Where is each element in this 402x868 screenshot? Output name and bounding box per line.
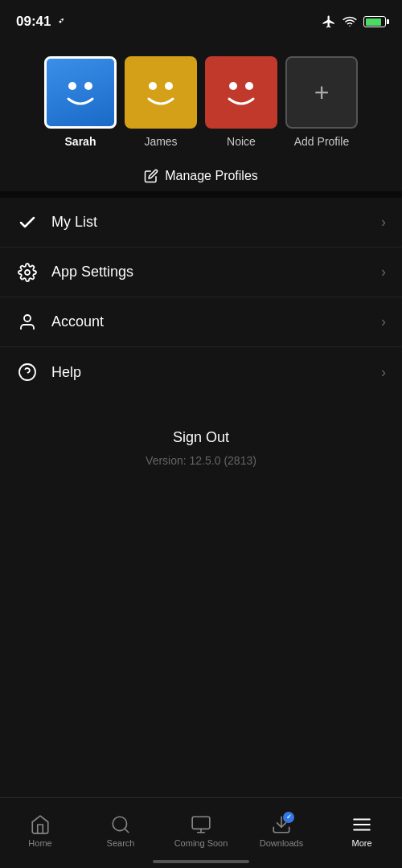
nav-coming-soon-label: Coming Soon — [174, 838, 228, 848]
profile-avatar-add[interactable]: + — [285, 56, 358, 129]
coming-soon-icon — [191, 814, 211, 835]
status-icons — [322, 14, 386, 29]
smiley-noice — [217, 68, 265, 117]
edit-icon — [144, 169, 158, 183]
menu-icon — [351, 814, 372, 835]
svg-point-3 — [149, 82, 157, 90]
search-icon — [110, 814, 131, 835]
nav-downloads-label: Downloads — [260, 838, 303, 848]
svg-point-1 — [68, 82, 76, 90]
airplane-icon — [322, 14, 336, 29]
profiles-section: Sarah James Noice — [0, 40, 402, 156]
profile-sarah[interactable]: Sarah — [44, 56, 117, 148]
menu-item-account[interactable]: Account › — [0, 297, 402, 347]
nav-search[interactable]: Search — [80, 806, 161, 848]
profile-name-james: James — [144, 135, 177, 148]
nav-more[interactable]: More — [322, 806, 402, 848]
svg-point-6 — [245, 82, 253, 90]
nav-home-label: Home — [28, 838, 51, 848]
menu-section: My List › App Settings › Account › — [0, 198, 402, 397]
sign-out-button[interactable]: Sign Out — [16, 429, 386, 446]
battery-icon — [363, 16, 386, 27]
chevron-account: › — [381, 313, 386, 330]
svg-point-5 — [229, 82, 237, 90]
check-icon — [16, 211, 39, 234]
home-icon — [30, 814, 51, 835]
chevron-help: › — [381, 364, 386, 381]
add-icon: + — [314, 80, 330, 105]
nav-more-label: More — [351, 838, 371, 848]
question-icon — [16, 361, 39, 383]
gear-icon — [16, 261, 39, 284]
profiles-row: Sarah James Noice — [16, 56, 386, 148]
bottom-nav: Home Search Coming Soon — [0, 797, 402, 868]
nav-downloads[interactable]: Downloads — [241, 806, 322, 848]
svg-point-8 — [24, 315, 31, 321]
menu-item-help[interactable]: Help › — [0, 347, 402, 397]
manage-profiles-label: Manage Profiles — [165, 169, 258, 183]
svg-point-4 — [165, 82, 173, 90]
nav-coming-soon[interactable]: Coming Soon — [161, 806, 241, 848]
smiley-sarah — [56, 68, 105, 117]
menu-item-my-list[interactable]: My List › — [0, 198, 402, 248]
status-bar: 09:41 — [0, 0, 402, 40]
app-settings-label: App Settings — [51, 264, 381, 280]
profile-avatar-sarah[interactable] — [44, 56, 117, 129]
profile-noice[interactable]: Noice — [205, 56, 277, 148]
menu-item-app-settings[interactable]: App Settings › — [0, 248, 402, 297]
manage-profiles-button[interactable]: Manage Profiles — [0, 156, 402, 191]
home-indicator — [153, 860, 249, 863]
chevron-app-settings: › — [381, 264, 386, 280]
profile-name-add: Add Profile — [294, 135, 349, 148]
help-label: Help — [51, 364, 381, 381]
profile-avatar-noice[interactable] — [205, 56, 277, 129]
svg-point-2 — [84, 82, 92, 90]
profile-add[interactable]: + Add Profile — [285, 56, 358, 148]
account-label: Account — [51, 313, 381, 330]
nav-home[interactable]: Home — [0, 806, 80, 848]
downloads-badge — [283, 812, 294, 823]
svg-rect-13 — [192, 817, 210, 829]
svg-line-12 — [125, 829, 129, 833]
profile-james[interactable]: James — [125, 56, 197, 148]
profile-name-noice: Noice — [227, 135, 256, 148]
download-icon — [271, 814, 292, 835]
chevron-my-list: › — [381, 214, 386, 231]
footer-section: Sign Out Version: 12.5.0 (2813) — [0, 397, 402, 483]
smiley-james — [137, 68, 185, 117]
wifi-icon — [343, 14, 357, 29]
profile-avatar-james[interactable] — [125, 56, 197, 129]
version-text: Version: 12.5.0 (2813) — [16, 454, 386, 467]
svg-point-7 — [25, 270, 30, 275]
status-time: 09:41 — [16, 14, 65, 30]
svg-point-9 — [19, 364, 35, 380]
section-divider — [0, 191, 402, 198]
svg-point-0 — [59, 21, 62, 23]
nav-search-label: Search — [107, 838, 135, 848]
profile-name-sarah: Sarah — [65, 135, 96, 148]
person-icon — [16, 311, 39, 334]
my-list-label: My List — [51, 214, 381, 231]
